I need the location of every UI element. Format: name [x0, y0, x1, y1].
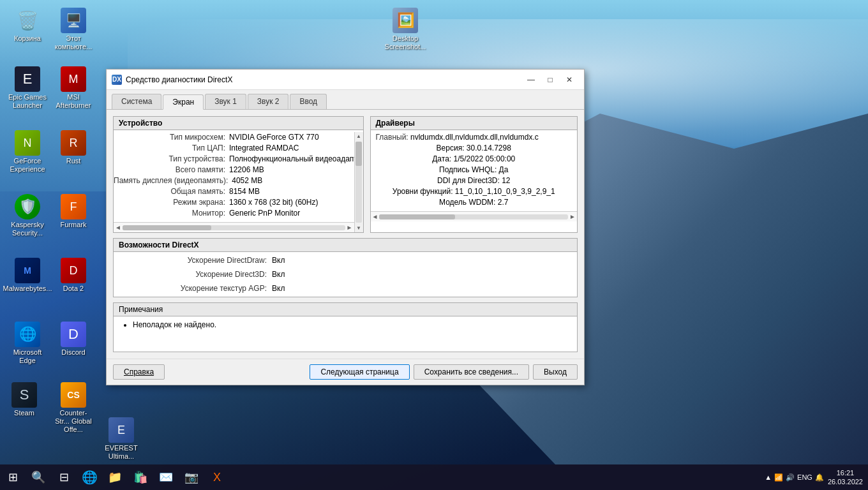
- desktop-icon-thispc[interactable]: 🖥️ Этот компьюте...: [51, 5, 96, 54]
- everest-label: EVEREST Ultima...: [101, 444, 141, 461]
- kaspersky-label: Kaspersky Security...: [8, 221, 47, 237]
- taskbar-search[interactable]: 🔍: [26, 464, 51, 490]
- desktop-icon-everest[interactable]: E EVEREST Ultima...: [99, 415, 144, 463]
- desktop-icon-edge[interactable]: 🌐 Microsoft Edge: [5, 319, 50, 368]
- hscroll-track[interactable]: [123, 225, 345, 230]
- info-row-monitor: Монитор: Generic PnP Monitor: [114, 209, 363, 218]
- drivers-panel-content: Главный: nvldumdx.dll,nvldumdx.dll,nvldu…: [371, 130, 578, 211]
- drivers-hscroll-right[interactable]: ►: [569, 213, 576, 220]
- vscroll-track[interactable]: [355, 142, 362, 223]
- device-panel-hscroll[interactable]: ◄ ►: [114, 222, 363, 232]
- tray-arrow[interactable]: ▲: [765, 473, 772, 481]
- desktop-icon-msi[interactable]: M MSI Afterburner: [51, 64, 96, 112]
- epicgames-icon: E: [15, 66, 40, 92]
- notes-section: Примечания Неполадок не найдено.: [113, 302, 578, 352]
- info-row-chiptype: Тип микросхем: NVIDIA GeForce GTX 770: [114, 133, 363, 142]
- driver-date-row: Дата: 1/5/2022 05:00:00: [376, 154, 572, 163]
- close-button[interactable]: ✕: [560, 73, 579, 87]
- screenshot-label: Desktop Screenshot...: [385, 34, 426, 51]
- dialog-title: Средство диагностики DirectX: [126, 75, 232, 84]
- taskbar-explorer[interactable]: 📁: [102, 464, 128, 490]
- notes-item: Неполадок не найдено.: [133, 320, 571, 329]
- tab-sound2[interactable]: Звук 2: [248, 94, 289, 109]
- drivers-panel-title: Драйверы: [371, 117, 578, 130]
- time-display: 16:21: [828, 468, 863, 477]
- dx-row-agp: Ускорение текстур AGP: Вкл: [139, 284, 551, 293]
- desktop-icon-steam[interactable]: S Steam: [2, 380, 47, 420]
- maximize-button[interactable]: □: [541, 73, 560, 87]
- title-left: DX Средство диагностики DirectX: [112, 75, 232, 85]
- device-panel-title: Устройство: [114, 117, 363, 130]
- taskbar-store[interactable]: 🛍️: [128, 464, 153, 490]
- vscroll-down-btn[interactable]: ▼: [355, 224, 363, 232]
- desktop-icon-furmark[interactable]: F Furmark: [51, 191, 96, 232]
- device-panel-content: Тип микросхем: NVIDIA GeForce GTX 770 Ти…: [114, 130, 363, 222]
- taskbar-sys-tray: ▲ 📶 🔊 ENG 🔔: [765, 473, 824, 482]
- dialog-tabs: Система Экран Звук 1 Звук 2 Ввод: [107, 90, 584, 110]
- taskbar-time[interactable]: 16:21 26.03.2022: [828, 468, 863, 487]
- steam-icon: S: [11, 382, 37, 408]
- desktop-icon-epicgames[interactable]: E Epic Games Launcher: [5, 64, 50, 112]
- info-row-devtype: Тип устройства: Полнофункциональный виде…: [114, 154, 363, 163]
- desktop-icon-csgo[interactable]: CS Counter-Str... Global Offe...: [51, 380, 96, 437]
- tray-notify[interactable]: 🔔: [815, 473, 824, 482]
- save-button[interactable]: Сохранить все сведения...: [414, 364, 529, 380]
- rust-label: Rust: [66, 157, 81, 165]
- everest-icon: E: [108, 417, 134, 443]
- dialog-footer: Справка Следующая страница Сохранить все…: [107, 359, 584, 385]
- desktop-icon-rust[interactable]: R Rust: [51, 128, 96, 168]
- csgo-label: Counter-Str... Global Offe...: [54, 409, 93, 434]
- malwarebytes-label: Malwarebytes...: [3, 285, 52, 293]
- desktop-icon-nvidia[interactable]: N GeForce Experience: [5, 128, 50, 176]
- driver-wddm-row: Модель WDDM: 2.7: [376, 198, 572, 207]
- exit-button[interactable]: Выход: [533, 364, 578, 380]
- start-button[interactable]: ⊞: [0, 464, 26, 490]
- tab-screen[interactable]: Экран: [163, 94, 204, 110]
- dialog-titlebar: DX Средство диагностики DirectX — □ ✕: [107, 70, 584, 90]
- hscroll-left-btn[interactable]: ◄: [115, 224, 121, 231]
- taskbar-photos[interactable]: 📷: [179, 464, 204, 490]
- malwarebytes-icon: M: [15, 258, 40, 283]
- tab-system[interactable]: Система: [112, 94, 161, 109]
- info-row-displmem: Память дисплея (видеопамять): 4052 MB: [114, 176, 363, 185]
- directx-dialog: DX Средство диагностики DirectX — □ ✕ Си…: [106, 69, 585, 385]
- vscroll-up-btn[interactable]: ▲: [355, 132, 363, 140]
- tray-lang[interactable]: ENG: [797, 473, 812, 481]
- dialog-body: Устройство Тип микросхем: NVIDIA GeForce…: [107, 110, 584, 359]
- taskbar-taskview[interactable]: ⊟: [51, 464, 77, 490]
- drivers-hscroll-track[interactable]: [379, 214, 568, 219]
- taskbar-edge[interactable]: 🌐: [77, 464, 102, 490]
- taskbar-right: ▲ 📶 🔊 ENG 🔔 16:21 26.03.2022: [765, 468, 868, 487]
- drivers-panel-hscroll[interactable]: ◄ ►: [371, 211, 578, 221]
- tab-sound1[interactable]: Звук 1: [205, 94, 246, 109]
- edge-label: Microsoft Edge: [8, 348, 47, 365]
- screenshot-icon: 🖼️: [393, 8, 418, 33]
- directx-capabilities: Возможности DirectX Ускорение DirectDraw…: [113, 238, 578, 297]
- directx-content: Ускорение DirectDraw: Вкл Ускорение Dire…: [114, 252, 577, 297]
- hscroll-right-btn[interactable]: ►: [347, 224, 353, 231]
- taskbar-mail[interactable]: ✉️: [153, 464, 179, 490]
- thispc-label: Этот компьюте...: [54, 34, 93, 51]
- dialog-icon: DX: [112, 75, 122, 85]
- desktop-icon-kaspersky[interactable]: 🛡️ Kaspersky Security...: [5, 191, 50, 240]
- desktop-icon-dota2[interactable]: D Dota 2: [51, 255, 96, 295]
- vscroll-thumb[interactable]: [355, 142, 362, 166]
- tab-input[interactable]: Ввод: [290, 94, 327, 109]
- dota2-label: Dota 2: [63, 285, 84, 293]
- info-row-screenmode: Режим экрана: 868 x 490 (32 bit) (60Hz): [114, 198, 363, 207]
- nvidia-label: GeForce Experience: [8, 157, 47, 174]
- device-panel-vscroll[interactable]: ▲ ▼: [354, 132, 363, 232]
- help-button[interactable]: Справка: [113, 364, 165, 380]
- taskbar-pinned[interactable]: X: [204, 464, 230, 490]
- drivers-hscroll-left[interactable]: ◄: [372, 213, 378, 220]
- tray-sound[interactable]: 🔊: [786, 473, 795, 482]
- desktop-icon-discord[interactable]: D Discord: [51, 319, 96, 359]
- minimize-button[interactable]: —: [521, 73, 541, 87]
- desktop-icon-malwarebytes[interactable]: M Malwarebytes...: [5, 255, 50, 295]
- tray-network[interactable]: 📶: [774, 473, 783, 482]
- info-row-totalmem: Всего памяти: 12206 MB: [114, 165, 363, 174]
- desktop-icon-screenshot[interactable]: 🖼️ Desktop Screenshot...: [383, 5, 428, 54]
- next-button[interactable]: Следующая страница: [310, 364, 409, 380]
- discord-label: Discord: [61, 348, 85, 357]
- desktop-icon-recycle[interactable]: 🗑️ Корзина: [5, 5, 50, 45]
